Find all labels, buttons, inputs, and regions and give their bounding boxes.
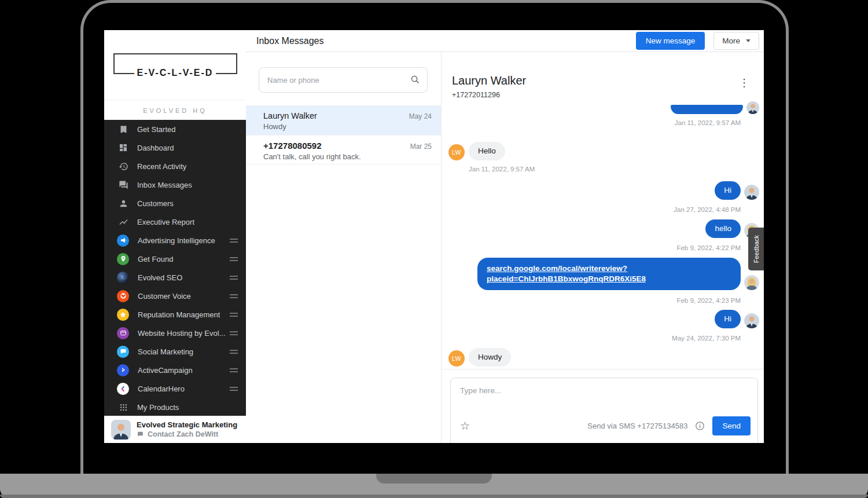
- page-title: Inbox Messages: [256, 36, 324, 46]
- message-timestamp: Feb 9, 2022, 4:23 PM: [448, 296, 741, 305]
- message-incoming: LW Howdy: [448, 348, 759, 367]
- device-notch: [376, 474, 492, 484]
- info-icon[interactable]: [695, 421, 705, 431]
- sidebar-item-label: Advertising Intelligence: [138, 236, 215, 245]
- conversation-preview: Howdy: [263, 122, 432, 131]
- sidebar-item-label: Website Hosting by Evol...: [138, 329, 226, 338]
- globe-icon: [117, 272, 129, 284]
- main-area: Inbox Messages New message More: [246, 30, 764, 443]
- book-icon: [118, 124, 128, 134]
- message-outgoing-link: search.google.com/local/writereview?plac…: [448, 258, 759, 290]
- avatar: [744, 185, 759, 200]
- sidebar-item-get-found[interactable]: Get Found: [104, 250, 246, 268]
- sidebar-item-executive-report[interactable]: Executive Report: [104, 213, 246, 231]
- review-link[interactable]: search.google.com/local/writereview?: [487, 263, 731, 274]
- drag-handle-icon[interactable]: [230, 237, 238, 244]
- chevron-icon: [117, 364, 129, 376]
- message-incoming: LW Hello: [448, 142, 759, 160]
- sidebar-item-label: ActiveCampaign: [138, 366, 193, 375]
- sidebar-item-label: Social Marketing: [138, 347, 193, 356]
- conversation-date: May 24: [409, 112, 432, 120]
- browser-icon: [117, 327, 129, 339]
- sidebar-item-get-started[interactable]: Get Started: [104, 120, 246, 138]
- new-message-button[interactable]: New message: [636, 32, 705, 50]
- sidebar-item-label: Get Found: [138, 255, 173, 263]
- send-button[interactable]: Send: [712, 416, 751, 435]
- calendarhero-icon: [117, 383, 129, 395]
- feedback-tab[interactable]: Feedback: [748, 228, 764, 270]
- device-mockup: E-V-C-L-V-E-D EVOLVED HQ Get Started Das…: [0, 0, 868, 498]
- feedback-tab-label: Feedback: [753, 235, 760, 263]
- avatar: LW: [448, 350, 465, 367]
- more-button[interactable]: More: [713, 32, 759, 50]
- chat-contact-phone: +17272011296: [452, 91, 764, 99]
- sidebar-menu: Get Started Dashboard Recent Activity In…: [104, 120, 246, 416]
- drag-handle-icon[interactable]: [230, 255, 238, 263]
- drag-handle-icon[interactable]: [230, 329, 238, 337]
- review-link[interactable]: placeid=ChIJrbhB1BbxwogRnqRDR6Xi5E8: [487, 274, 731, 284]
- sidebar-item-advertising-intelligence[interactable]: Advertising Intelligence: [104, 231, 246, 250]
- heart-icon: [117, 290, 129, 302]
- send-via-label: Send via SMS +17275134583: [587, 422, 687, 430]
- brand-logo: E-V-C-L-V-E-D: [113, 53, 237, 74]
- app-screen: E-V-C-L-V-E-D EVOLVED HQ Get Started Das…: [104, 30, 764, 443]
- sidebar-item-customers[interactable]: Customers: [104, 194, 246, 213]
- message-input[interactable]: [451, 378, 757, 408]
- message-outgoing: hello: [448, 219, 759, 238]
- saved-replies-star-icon[interactable]: ☆: [460, 419, 470, 433]
- drag-handle-icon[interactable]: [230, 367, 238, 374]
- sidebar-item-reputation-management[interactable]: Reputation Management: [104, 305, 246, 324]
- sidebar-item-label: My Products: [137, 403, 179, 412]
- search-icon: [410, 75, 420, 87]
- chat-panel: Lauryn Walker +17272011296 ⋮ Jan 11, 202…: [442, 52, 764, 443]
- conversation-name: Lauryn Walker: [263, 111, 317, 120]
- sidebar-item-recent-activity[interactable]: Recent Activity: [104, 157, 246, 175]
- drag-handle-icon[interactable]: [230, 385, 238, 393]
- star-icon: [117, 309, 129, 321]
- avatar: [746, 101, 759, 114]
- sidebar-item-my-products[interactable]: My Products: [104, 398, 246, 416]
- sidebar-item-label: Get Started: [137, 125, 175, 134]
- conversation-preview: Can't talk, call you right back.: [263, 152, 432, 161]
- message-timestamp: Jan 27, 2022, 4:48 PM: [448, 206, 741, 214]
- sidebar-item-label: Customer Voice: [138, 292, 191, 301]
- message-bubble: Hi: [715, 310, 741, 328]
- message-history[interactable]: Jan 11, 2022, 9:57 AM LW Hello Jan 11, 2…: [442, 99, 764, 369]
- conversation-item[interactable]: Lauryn Walker May 24 Howdy: [246, 105, 441, 135]
- message-timestamp: Jan 11, 2022, 9:57 AM: [448, 119, 741, 127]
- sidebar-item-label: Reputation Management: [138, 310, 220, 319]
- sidebar-item-label: CalendarHero: [138, 385, 185, 393]
- apps-grid-icon: [118, 402, 128, 412]
- chat-bubble-icon: [117, 346, 129, 358]
- drag-handle-icon[interactable]: [230, 311, 238, 318]
- search-input[interactable]: [259, 67, 428, 93]
- sidebar-item-dashboard[interactable]: Dashboard: [104, 138, 246, 157]
- footer-contact-label: Contact Zach DeWitt: [148, 430, 218, 438]
- sidebar-item-social-marketing[interactable]: Social Marketing: [104, 342, 246, 361]
- sidebar-item-customer-voice[interactable]: Customer Voice: [104, 287, 246, 305]
- sidebar-item-label: Recent Activity: [137, 162, 186, 171]
- sidebar-item-activecampaign[interactable]: ActiveCampaign: [104, 361, 246, 379]
- sidebar-footer[interactable]: Evolved Strategic Marketing Contact Zach…: [104, 416, 246, 443]
- sidebar-item-inbox-messages[interactable]: Inbox Messages: [104, 175, 246, 194]
- message-timestamp: Feb 9, 2022, 4:22 PM: [448, 244, 741, 252]
- sidebar-item-website-hosting[interactable]: Website Hosting by Evol...: [104, 324, 246, 342]
- message-timestamp: Jan 11, 2022, 9:57 AM: [469, 165, 759, 173]
- avatar: LW: [448, 144, 465, 160]
- kebab-menu-icon[interactable]: ⋮: [739, 78, 749, 88]
- history-icon: [118, 161, 128, 171]
- drag-handle-icon[interactable]: [230, 274, 238, 281]
- trend-icon: [118, 217, 128, 227]
- main-header: Inbox Messages New message More: [246, 30, 764, 52]
- chat-icon: [118, 180, 128, 190]
- conversation-item[interactable]: +17278080592 Mar 25 Can't talk, call you…: [246, 135, 441, 164]
- drag-handle-icon[interactable]: [230, 292, 238, 300]
- sidebar-item-calendarhero[interactable]: CalendarHero: [104, 379, 246, 398]
- location-pin-icon: [117, 253, 129, 265]
- device-base-edge: [0, 495, 868, 498]
- conversation-list: Lauryn Walker May 24 Howdy +17278080592 …: [246, 52, 442, 443]
- drag-handle-icon[interactable]: [230, 348, 238, 356]
- sidebar-item-evolved-seo[interactable]: Evolved SEO: [104, 268, 246, 287]
- message-outgoing: Hi: [448, 181, 759, 200]
- person-icon: [118, 198, 128, 208]
